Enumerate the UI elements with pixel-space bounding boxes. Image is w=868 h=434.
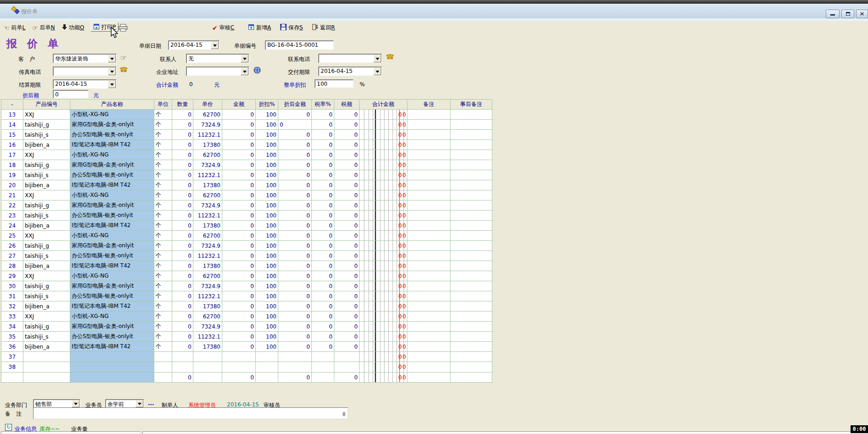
row-number[interactable]: 32 xyxy=(1,301,23,312)
amount-cell[interactable]: 0 xyxy=(222,332,256,342)
total-amount-lines-cell[interactable]: 00 xyxy=(360,301,407,312)
discounted-amount-cell[interactable]: 0 xyxy=(278,231,312,241)
unit-cell[interactable]: 个 xyxy=(154,312,172,322)
discounted-field[interactable]: 0 xyxy=(53,90,89,99)
restore-button[interactable] xyxy=(841,10,854,18)
unit-cell[interactable]: 个 xyxy=(154,322,172,332)
unit-cell[interactable]: 个 xyxy=(154,110,172,120)
product-code-cell[interactable]: taishiji_g xyxy=(23,281,70,291)
product-name-cell[interactable]: I型笔记本电脑-IBM T42 xyxy=(70,261,154,271)
table-row[interactable]: 32bijiben_aI型笔记本电脑-IBM T42个0173800100000… xyxy=(1,301,492,312)
table-row[interactable]: 16bijiben_aI型笔记本电脑-IBM T42个0173800100000… xyxy=(1,140,492,150)
unit-cell[interactable]: 个 xyxy=(154,160,172,170)
product-name-cell[interactable]: 家用G型电脑-金奥-onlyit xyxy=(70,281,154,291)
tax-rate-cell[interactable]: 0 xyxy=(312,301,334,312)
dropdown-arrow-icon[interactable] xyxy=(108,55,116,62)
qty-cell[interactable]: 0 xyxy=(172,332,193,342)
unit-price-cell[interactable]: 11232.1 xyxy=(193,251,222,261)
tax-rate-cell[interactable]: 0 xyxy=(312,150,334,160)
post-remark-cell[interactable] xyxy=(451,291,492,301)
row-number[interactable]: 26 xyxy=(1,241,23,251)
unit-cell[interactable]: 个 xyxy=(154,281,172,291)
product-code-cell[interactable]: bijiben_a xyxy=(23,180,70,190)
discount-pct-cell[interactable]: 100 xyxy=(256,130,278,140)
discount-pct-cell[interactable]: 100 xyxy=(256,281,278,291)
discounted-amount-cell[interactable]: 0 xyxy=(278,110,312,120)
unit-price-cell[interactable]: 7324.9 xyxy=(193,200,222,211)
unit-price-cell[interactable]: 7324.9 xyxy=(193,322,222,332)
items-table[interactable]: -产品编号产品名称单位数量单价金额折扣%折后金额税率%税额合计金额备注事后备注 … xyxy=(1,99,492,383)
row-number[interactable]: 18 xyxy=(1,160,23,170)
table-row[interactable]: 17XXJ小型机-XG-NG个062700010000000 xyxy=(1,150,492,160)
total-amount-lines-cell[interactable]: 00 xyxy=(360,291,407,301)
spinner-up-icon[interactable] xyxy=(342,410,346,414)
tax-amount-cell[interactable]: 0 xyxy=(334,241,360,251)
discount-pct-cell[interactable]: 100 xyxy=(256,332,278,342)
remark-cell[interactable] xyxy=(407,281,451,291)
contact-combo[interactable]: 无 xyxy=(186,54,249,63)
amount-cell[interactable]: 0 xyxy=(222,180,256,190)
row-number[interactable]: 35 xyxy=(1,332,23,342)
unit-cell[interactable]: 个 xyxy=(154,231,172,241)
unit-price-cell[interactable]: 7324.9 xyxy=(193,281,222,291)
qty-cell[interactable]: 0 xyxy=(172,211,193,221)
unit-price-cell[interactable]: 11232.1 xyxy=(193,170,222,180)
tax-amount-cell[interactable]: 0 xyxy=(334,301,360,312)
more-button[interactable]: ... xyxy=(148,400,154,406)
amount-cell[interactable]: 0 xyxy=(222,200,256,211)
discounted-amount-cell[interactable]: 0 xyxy=(278,312,312,322)
discount-pct-cell[interactable]: 100 xyxy=(256,190,278,200)
remark-cell[interactable] xyxy=(407,110,451,120)
dropdown-arrow-icon[interactable] xyxy=(108,80,116,88)
product-name-cell[interactable]: 家用G型电脑-金奥-onlyit xyxy=(70,200,154,211)
minimize-button[interactable] xyxy=(826,10,840,18)
amount-cell[interactable]: 0 xyxy=(222,342,256,352)
post-remark-cell[interactable] xyxy=(451,221,492,231)
qty-cell[interactable]: 0 xyxy=(172,221,193,231)
discounted-amount-cell[interactable]: 0 xyxy=(278,140,312,150)
total-amount-lines-cell[interactable]: 00 xyxy=(360,180,407,190)
post-remark-cell[interactable] xyxy=(451,373,492,383)
amount-cell[interactable]: 0 xyxy=(222,120,256,130)
table-row[interactable]: 26taishiji_g家用G型电脑-金奥-onlyit个07324.90100… xyxy=(1,241,492,251)
product-name-cell[interactable]: 办公S型电脑-银奥-onlyit xyxy=(70,170,154,180)
qty-cell[interactable]: 0 xyxy=(172,120,193,130)
unit-cell[interactable]: 个 xyxy=(154,200,172,211)
tax-amount-cell[interactable]: 0 xyxy=(334,110,360,120)
product-name-cell[interactable]: 办公S型电脑-银奥-onlyit xyxy=(70,332,154,342)
post-remark-cell[interactable] xyxy=(451,362,492,373)
tax-rate-cell[interactable]: 0 xyxy=(312,291,334,301)
spinner-down-icon[interactable] xyxy=(342,414,346,418)
remark-cell[interactable] xyxy=(407,150,451,160)
tax-amount-cell[interactable]: 0 xyxy=(334,160,360,170)
product-code-cell[interactable]: bijiben_a xyxy=(23,140,70,150)
remark-input[interactable] xyxy=(33,407,348,419)
product-name-cell[interactable]: 家用G型电脑-金奥-onlyit xyxy=(70,322,154,332)
tax-amount-cell[interactable]: 0 xyxy=(334,150,360,160)
discounted-amount-cell[interactable]: 0 xyxy=(278,150,312,160)
tax-amount-cell[interactable]: 0 xyxy=(334,373,360,383)
fax-combo[interactable] xyxy=(53,67,117,76)
row-number[interactable]: 24 xyxy=(1,221,23,231)
product-name-cell[interactable]: 办公S型电脑-银奥-onlyit xyxy=(70,251,154,261)
whole-discount-field[interactable]: 100 xyxy=(315,79,354,88)
tax-amount-cell[interactable]: 0 xyxy=(334,281,360,291)
discounted-amount-cell[interactable]: 0 xyxy=(278,160,312,170)
remark-cell[interactable] xyxy=(407,241,451,251)
remark-cell[interactable] xyxy=(407,261,451,271)
amount-cell[interactable]: 0 xyxy=(222,110,256,120)
product-code-cell[interactable]: taishiji_s xyxy=(23,332,70,342)
discount-pct-cell[interactable]: 100 xyxy=(256,211,278,221)
save-button[interactable]: 保存S xyxy=(280,24,303,33)
discounted-amount-cell[interactable]: 0 xyxy=(278,251,312,261)
remark-cell[interactable] xyxy=(407,170,451,180)
product-code-cell[interactable]: XXJ xyxy=(23,312,70,322)
qty-cell[interactable]: 0 xyxy=(172,271,193,281)
discount-pct-cell[interactable]: 100 xyxy=(256,221,278,231)
post-remark-cell[interactable] xyxy=(451,281,492,291)
product-code-cell[interactable]: taishiji_s xyxy=(23,291,70,301)
unit-price-cell[interactable]: 17380 xyxy=(193,221,222,231)
remark-cell[interactable] xyxy=(407,200,451,211)
unit-price-cell[interactable]: 17380 xyxy=(193,301,222,312)
audit-button[interactable]: ✔审核C xyxy=(212,24,234,33)
